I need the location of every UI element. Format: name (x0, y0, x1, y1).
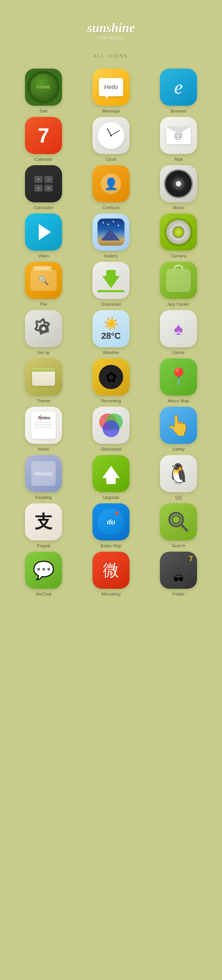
icon-item-calendar[interactable]: 7 Calendar (13, 117, 74, 162)
notes-icon[interactable]: Notes (25, 407, 62, 444)
icon-item-video[interactable]: Video (13, 213, 74, 258)
contacts-icon[interactable]: 👤 (92, 165, 130, 202)
reading-label: Reading (35, 495, 52, 500)
icon-item-message[interactable]: Hello Message (81, 68, 141, 113)
icon-item-setup[interactable]: Set up (13, 310, 74, 355)
game-label: Game (173, 350, 184, 355)
video-icon[interactable] (25, 213, 62, 251)
app-title: sunshine (87, 20, 135, 35)
icon-item-wechat[interactable]: 💬 WeChat (13, 552, 74, 597)
icon-item-baidumap[interactable]: du 📍 Baidu Map (81, 503, 141, 548)
upgrade-icon[interactable] (92, 455, 130, 492)
wechat-icon[interactable]: 💬 (25, 552, 62, 589)
icon-item-theme[interactable]: Theme (13, 358, 74, 403)
download-label: Download (101, 302, 121, 307)
music-disc (165, 170, 192, 197)
icon-item-paypal[interactable]: 支 Paypal (13, 503, 74, 548)
browser-icon[interactable]: e (160, 68, 197, 106)
icon-item-clock[interactable]: Clock (81, 117, 141, 162)
game-icon[interactable]: ♠ (160, 310, 197, 347)
gallery-scene (97, 219, 125, 246)
file-tag: Contracts (33, 266, 52, 270)
icon-item-folder[interactable]: 7 🕶 Folder (148, 552, 209, 597)
svg-line-5 (181, 525, 187, 530)
calculator-icon[interactable]: + − × = (25, 165, 62, 202)
gallery-icon[interactable] (92, 213, 130, 251)
icon-item-meizumap[interactable]: 📍 Meizu Map (148, 358, 209, 403)
meizumap-icon[interactable]: 📍 (160, 358, 197, 396)
icon-item-calculator[interactable]: + − × = Calculator (13, 165, 74, 210)
calendar-icon[interactable]: 7 (25, 117, 62, 154)
icon-item-notes[interactable]: Notes Notes (13, 407, 74, 452)
icon-item-browser[interactable]: e Browser (148, 68, 209, 113)
icon-item-appcenter[interactable]: App Center (148, 262, 209, 307)
microblog-weibo-icon: 微 (103, 559, 119, 581)
appcenter-bag (166, 269, 190, 292)
icon-item-recording[interactable]: ✿ Recording (81, 358, 141, 403)
sketchpad-icon[interactable] (92, 407, 130, 444)
icon-item-reading[interactable]: Reading Reading (13, 455, 74, 500)
svg-point-4 (172, 515, 180, 523)
dial-label: Dial (40, 108, 47, 113)
icon-item-mail[interactable]: @ Mail (148, 117, 209, 162)
notes-red-line (40, 415, 41, 421)
icon-item-contacts[interactable]: 👤 Contacts (81, 165, 141, 210)
icon-item-microblog[interactable]: 微 Microblog (81, 552, 141, 597)
setup-icon[interactable] (25, 310, 62, 347)
icon-item-gallery[interactable]: Gallery (81, 213, 141, 258)
icon-item-qq[interactable]: 🐧 QQ (148, 455, 209, 500)
clock-icon[interactable] (92, 117, 130, 154)
notes-paper: Notes (32, 412, 56, 439)
camera-lens (173, 226, 184, 238)
qq-penguin-icon: 🐧 (166, 462, 190, 485)
icon-item-search[interactable]: Search (148, 503, 209, 548)
camera-icon[interactable] (160, 213, 197, 251)
weather-temp: 28°C (101, 331, 121, 341)
microblog-label: Microblog (101, 592, 121, 597)
wechat-bubble-icon: 💬 (33, 560, 55, 581)
icon-item-download[interactable]: Download (81, 262, 141, 307)
icon-item-camera[interactable]: Camera (148, 213, 209, 258)
weather-icon[interactable]: ☀️ 28°C (92, 310, 130, 347)
calc-minus: − (44, 176, 52, 183)
gallery-mountain (101, 228, 120, 240)
calc-plus: + (35, 176, 43, 183)
file-icon[interactable]: Contracts 🔍 (25, 262, 62, 299)
camera-eye (166, 220, 190, 244)
paypal-icon[interactable]: 支 (25, 503, 62, 541)
icon-item-sketchpad[interactable]: Sketchpad (81, 407, 141, 452)
search-icon[interactable] (160, 503, 197, 541)
section-title: ALL ICONS (94, 53, 128, 59)
microblog-icon[interactable]: 微 (92, 552, 130, 589)
music-icon[interactable] (160, 165, 197, 202)
paypal-label: Paypal (37, 543, 50, 548)
dial-inner: PHONE (30, 74, 57, 101)
browser-label: Browser (170, 108, 187, 113)
qq-icon[interactable]: 🐧 (160, 455, 197, 492)
appcenter-icon[interactable] (160, 262, 197, 299)
icon-item-file[interactable]: Contracts 🔍 File (13, 262, 74, 307)
appcenter-label: App Center (167, 302, 190, 307)
icon-item-weather[interactable]: ☀️ 28°C Weather (81, 310, 141, 355)
download-icon[interactable] (92, 262, 130, 299)
message-icon[interactable]: Hello (92, 68, 130, 106)
icon-item-upgrade[interactable]: Upgrade (81, 455, 141, 500)
icon-item-music[interactable]: Music (148, 165, 209, 210)
folder-icon[interactable]: 7 🕶 (160, 552, 197, 589)
icon-item-game[interactable]: ♠ Game (148, 310, 209, 355)
mail-flap (166, 127, 190, 134)
baidumap-icon[interactable]: du 📍 (92, 503, 130, 541)
theme-icon[interactable] (25, 358, 62, 396)
icon-item-safety[interactable]: 👆 Safety (148, 407, 209, 452)
dial-icon[interactable]: PHONE (25, 68, 62, 106)
recording-icon[interactable]: ✿ (92, 358, 130, 396)
safety-icon[interactable]: 👆 (160, 407, 197, 444)
sketchpad-circles (99, 414, 123, 437)
clock-face (97, 122, 125, 149)
icon-item-dial[interactable]: PHONE Dial (13, 68, 74, 113)
mail-icon[interactable]: @ (160, 117, 197, 154)
reading-icon[interactable]: Reading (25, 455, 62, 492)
appcenter-handle (174, 265, 183, 270)
gallery-stars (103, 222, 104, 223)
video-play-button (39, 224, 51, 240)
